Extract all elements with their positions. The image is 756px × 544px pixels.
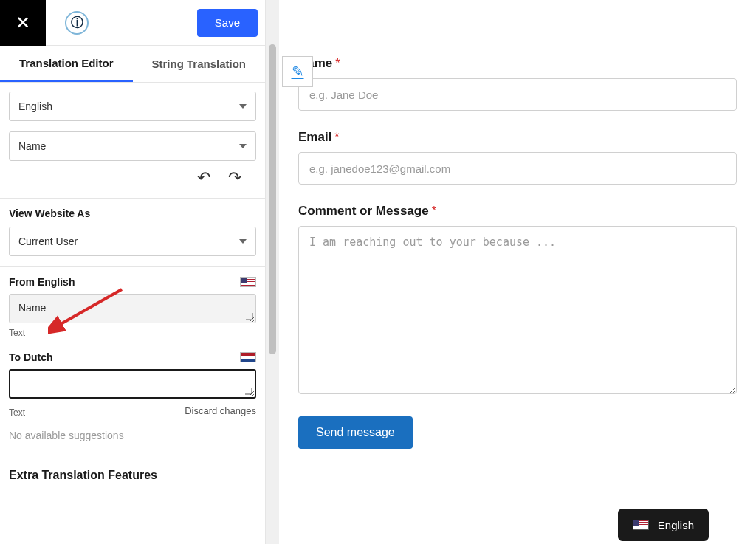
page-preview: ✎ Name* Email* Comment or Message* Send … bbox=[279, 0, 756, 544]
view-as-label: View Website As bbox=[9, 207, 256, 219]
text-cursor bbox=[18, 377, 18, 389]
flag-nl-icon bbox=[240, 352, 256, 362]
tab-translation-editor[interactable]: Translation Editor bbox=[0, 46, 133, 82]
edit-element-button[interactable]: ✎ bbox=[282, 56, 313, 87]
email-input[interactable] bbox=[298, 152, 737, 185]
history-controls: ↶ ↷ bbox=[9, 161, 256, 187]
flag-us-icon bbox=[240, 277, 256, 287]
message-textarea[interactable] bbox=[298, 226, 737, 394]
sidebar-topbar: ✕ ⓘ Save bbox=[0, 0, 265, 46]
info-icon: ⓘ bbox=[71, 14, 83, 31]
required-mark: * bbox=[335, 57, 340, 69]
element-select-value: Name bbox=[18, 140, 46, 152]
discard-changes-link[interactable]: Discard changes bbox=[185, 405, 256, 416]
no-suggestions-text: No available suggestions bbox=[9, 430, 256, 441]
language-switcher-label: English bbox=[658, 519, 694, 531]
view-as-section: View Website As Current User bbox=[0, 199, 265, 267]
message-label: Comment or Message bbox=[298, 204, 429, 218]
chevron-down-icon bbox=[239, 239, 247, 244]
resize-handle-icon[interactable] bbox=[246, 313, 253, 320]
sidebar-body: English Name ↶ ↷ View Website As Current… bbox=[0, 83, 265, 544]
close-icon: ✕ bbox=[16, 13, 30, 33]
scrollbar-thumb[interactable] bbox=[269, 44, 276, 354]
info-button[interactable]: ⓘ bbox=[65, 11, 89, 35]
flag-us-icon bbox=[633, 520, 649, 530]
language-select-value: English bbox=[18, 100, 52, 112]
required-mark: * bbox=[334, 131, 339, 143]
view-as-select[interactable]: Current User bbox=[9, 227, 256, 256]
save-button[interactable]: Save bbox=[197, 9, 258, 37]
translation-sidebar: ✕ ⓘ Save Translation Editor String Trans… bbox=[0, 0, 266, 544]
send-message-button[interactable]: Send message bbox=[298, 416, 413, 449]
source-text-area[interactable]: Name bbox=[9, 294, 256, 323]
form-group-email: Email* bbox=[298, 130, 737, 185]
target-caption: Text bbox=[9, 407, 25, 418]
required-mark: * bbox=[432, 204, 436, 217]
to-language-label: To Dutch bbox=[9, 351, 53, 363]
from-language-label: From English bbox=[9, 276, 75, 288]
target-text-area[interactable] bbox=[9, 369, 256, 399]
selector-section: English Name ↶ ↷ bbox=[0, 83, 265, 199]
extra-features-heading: Extra Translation Features bbox=[9, 469, 256, 482]
translation-section: From English Name Text To Dutch Te bbox=[0, 267, 265, 452]
form-group-name: Name* bbox=[298, 56, 737, 111]
source-caption: Text bbox=[9, 328, 256, 338]
view-as-value: Current User bbox=[18, 235, 78, 247]
resize-handle-icon[interactable] bbox=[245, 388, 252, 395]
name-input[interactable] bbox=[298, 78, 737, 111]
sidebar-tabs: Translation Editor String Translation bbox=[0, 46, 265, 83]
redo-button[interactable]: ↷ bbox=[228, 168, 241, 187]
chevron-down-icon bbox=[239, 144, 247, 148]
sidebar-scrollbar[interactable] bbox=[266, 0, 279, 544]
source-text-value: Name bbox=[18, 302, 46, 314]
form-group-message: Comment or Message* bbox=[298, 204, 737, 397]
email-label: Email bbox=[298, 130, 331, 145]
element-select[interactable]: Name bbox=[9, 131, 256, 161]
undo-button[interactable]: ↶ bbox=[197, 168, 210, 187]
language-select[interactable]: English bbox=[9, 92, 256, 121]
language-switcher[interactable]: English bbox=[618, 509, 709, 541]
tab-string-translation[interactable]: String Translation bbox=[133, 46, 266, 82]
pencil-icon: ✎ bbox=[292, 63, 304, 80]
extra-features-section: Extra Translation Features bbox=[0, 452, 265, 492]
close-button[interactable]: ✕ bbox=[0, 0, 46, 46]
chevron-down-icon bbox=[239, 104, 247, 109]
